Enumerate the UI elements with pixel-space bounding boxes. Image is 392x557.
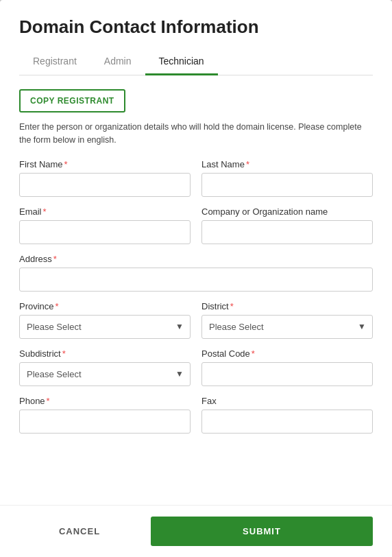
province-select-wrapper: Please Select ▼ <box>19 315 191 339</box>
phone-input[interactable] <box>19 410 191 434</box>
postal-code-group: Postal Code* <box>201 348 373 386</box>
email-label: Email* <box>19 206 191 217</box>
email-group: Email* <box>19 206 191 244</box>
modal-header: Domain Contact Information Registrant Ad… <box>0 0 392 75</box>
subdistrict-select[interactable]: Please Select <box>19 362 191 386</box>
last-name-required: * <box>246 159 249 169</box>
phone-group: Phone* <box>19 396 191 434</box>
district-select-wrapper: Please Select ▼ <box>201 315 373 339</box>
province-district-row: Province* Please Select ▼ District* Plea… <box>19 301 373 339</box>
address-group: Address* <box>19 254 373 292</box>
fax-label: Fax <box>201 396 373 406</box>
district-select[interactable]: Please Select <box>201 315 373 339</box>
district-group: District* Please Select ▼ <box>201 301 373 339</box>
fax-input[interactable] <box>201 410 373 434</box>
postal-code-input[interactable] <box>201 362 373 386</box>
modal-container: Domain Contact Information Registrant Ad… <box>0 0 392 557</box>
province-label: Province* <box>19 301 191 311</box>
district-label: District* <box>201 301 373 311</box>
first-name-label: First Name* <box>19 159 191 169</box>
subdistrict-postal-row: Subdistrict* Please Select ▼ Postal Code… <box>19 348 373 386</box>
fax-group: Fax <box>201 396 373 434</box>
info-text: Enter the person or organization details… <box>19 121 373 147</box>
tab-technician[interactable]: Technician <box>145 49 218 75</box>
name-row: First Name* Last Name* <box>19 159 373 197</box>
cancel-button[interactable]: CANCEL <box>19 517 140 546</box>
modal-footer: CANCEL SUBMIT <box>0 505 392 557</box>
tab-admin[interactable]: Admin <box>90 49 145 75</box>
district-required: * <box>230 301 234 311</box>
submit-button[interactable]: SUBMIT <box>151 517 373 546</box>
address-label: Address* <box>19 254 373 264</box>
last-name-input[interactable] <box>201 173 373 197</box>
address-required: * <box>53 254 57 264</box>
phone-fax-row: Phone* Fax <box>19 396 373 434</box>
company-label: Company or Organization name <box>201 206 373 217</box>
first-name-group: First Name* <box>19 159 191 197</box>
company-group: Company or Organization name <box>201 206 373 244</box>
province-select[interactable]: Please Select <box>19 315 191 339</box>
last-name-label: Last Name* <box>201 159 373 169</box>
email-input[interactable] <box>19 220 191 244</box>
tabs-container: Registrant Admin Technician <box>19 49 373 75</box>
phone-required: * <box>47 396 50 406</box>
province-required: * <box>56 301 59 311</box>
subdistrict-select-wrapper: Please Select ▼ <box>19 362 191 386</box>
copy-registrant-button[interactable]: COPY REGISTRANT <box>19 89 125 112</box>
email-company-row: Email* Company or Organization name <box>19 206 373 244</box>
postal-code-required: * <box>252 348 255 359</box>
modal-body: COPY REGISTRANT Enter the person or orga… <box>0 75 392 505</box>
subdistrict-label: Subdistrict* <box>19 348 191 359</box>
subdistrict-group: Subdistrict* Please Select ▼ <box>19 348 191 386</box>
address-row: Address* <box>19 254 373 292</box>
address-input[interactable] <box>19 268 373 292</box>
company-input[interactable] <box>201 220 373 244</box>
modal-title: Domain Contact Information <box>19 16 373 38</box>
tab-registrant[interactable]: Registrant <box>19 49 90 75</box>
first-name-input[interactable] <box>19 173 191 197</box>
postal-code-label: Postal Code* <box>201 348 373 359</box>
first-name-required: * <box>64 159 68 169</box>
email-required: * <box>43 206 47 217</box>
phone-label: Phone* <box>19 396 191 406</box>
province-group: Province* Please Select ▼ <box>19 301 191 339</box>
subdistrict-required: * <box>62 348 66 359</box>
last-name-group: Last Name* <box>201 159 373 197</box>
